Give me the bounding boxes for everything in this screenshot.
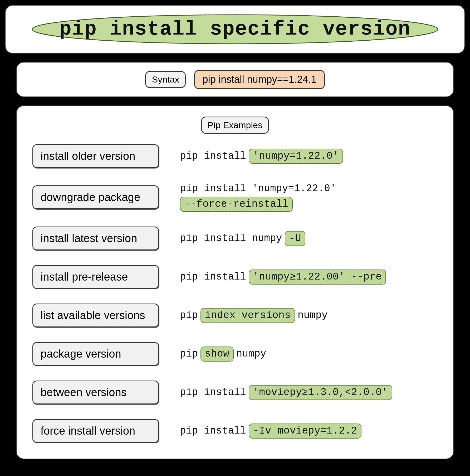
examples-list: install older versionpip install 'numpy=… — [32, 144, 438, 443]
command-highlight: index versions — [200, 308, 295, 323]
example-row: install latest versionpip install numpy … — [32, 227, 438, 250]
example-row: between versionspip install 'moviepy≥1.3… — [32, 381, 438, 404]
command-post: numpy — [236, 348, 266, 359]
section-title-wrap: Pip Examples — [32, 117, 438, 134]
example-row: package versionpip show numpy — [32, 342, 438, 366]
example-command: pip install 'numpy≥1.22.00' --pre — [180, 270, 386, 285]
command-pre: pip install — [180, 387, 246, 398]
command-pre: pip — [180, 310, 198, 321]
syntax-command: pip install numpy==1.24.1 — [194, 70, 325, 89]
command-pre: pip — [180, 348, 198, 359]
example-label: install latest version — [32, 227, 159, 250]
example-label: install older version — [32, 144, 159, 168]
command-highlight: 'numpy≥1.22.00' --pre — [249, 270, 386, 285]
command-highlight: --force-reinstall — [180, 197, 293, 212]
command-pre: pip install 'numpy=1.22.0' — [180, 183, 336, 194]
example-command: pip show numpy — [180, 347, 266, 362]
example-command: pip install 'moviepy≥1.3.0,<2.0.0' — [180, 385, 392, 400]
command-highlight: 'numpy=1.22.0' — [249, 149, 343, 164]
example-label: downgrade package — [32, 185, 159, 209]
example-label: package version — [32, 342, 159, 366]
example-command: pip index versions numpy — [180, 308, 328, 323]
example-command: pip install 'numpy=1.22.0' — [180, 149, 343, 164]
example-command: pip install numpy -U — [180, 231, 305, 246]
example-row: install pre-releasepip install 'numpy≥1.… — [32, 265, 438, 289]
command-post: numpy — [298, 310, 328, 321]
example-command: pip install -Iv moviepy=1.2.2 — [180, 424, 361, 439]
example-row: install older versionpip install 'numpy=… — [32, 144, 438, 168]
command-pre: pip install numpy — [180, 233, 282, 244]
page-title: pip install specific version — [59, 18, 410, 41]
command-highlight: -Iv moviepy=1.2.2 — [249, 424, 361, 439]
example-label: list available versions — [32, 304, 159, 327]
command-pre: pip install — [180, 271, 246, 282]
example-label: between versions — [32, 381, 159, 404]
example-row: list available versionspip index version… — [32, 304, 438, 327]
section-title: Pip Examples — [201, 117, 269, 134]
command-pre: pip install — [180, 425, 246, 436]
example-label: force install version — [32, 419, 159, 443]
example-row: downgrade packagepip install 'numpy=1.22… — [32, 183, 438, 212]
examples-panel: Pip Examples install older versionpip in… — [16, 105, 454, 459]
syntax-label: Syntax — [145, 71, 186, 88]
command-highlight: -U — [285, 231, 306, 246]
command-highlight: 'moviepy≥1.3.0,<2.0.0' — [249, 385, 392, 400]
command-highlight: show — [200, 347, 233, 362]
example-label: install pre-release — [32, 265, 159, 289]
command-pre: pip install — [180, 150, 246, 162]
title-ellipse: pip install specific version — [30, 13, 440, 45]
example-row: force install versionpip install -Iv mov… — [32, 419, 438, 443]
syntax-panel: Syntax pip install numpy==1.24.1 — [16, 62, 454, 97]
title-panel: pip install specific version — [5, 5, 465, 54]
example-command: pip install 'numpy=1.22.0' --force-reins… — [180, 183, 438, 212]
